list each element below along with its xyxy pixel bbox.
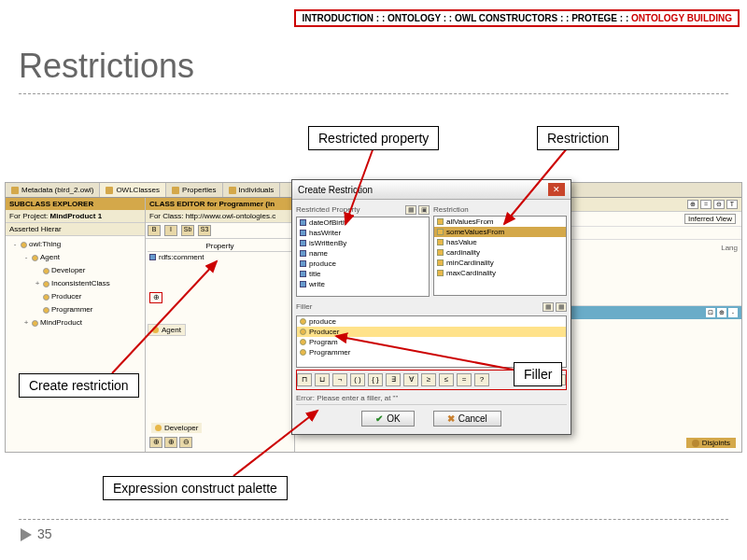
- tool-icon[interactable]: ▦: [543, 302, 554, 312]
- item-label: Program: [309, 338, 338, 346]
- list-item[interactable]: write: [297, 279, 429, 289]
- expand-icon[interactable]: -: [11, 238, 19, 251]
- cond-icon[interactable]: ⊡: [706, 308, 715, 317]
- class-tree: -owl:Thing -Agent Developer +Inconsisten…: [6, 236, 145, 331]
- palette-button[interactable]: =: [457, 373, 472, 386]
- tool-icon[interactable]: ▣: [418, 205, 430, 215]
- tab-metadata[interactable]: Metadata (bird_2.owl): [6, 183, 100, 197]
- list-item-selected[interactable]: someValuesFrom: [434, 227, 566, 237]
- item-label: title: [309, 270, 320, 278]
- divider: [19, 519, 728, 520]
- sub-icon[interactable]: Sb: [181, 225, 194, 236]
- palette-button[interactable]: ( ): [350, 373, 365, 386]
- palette-button[interactable]: ∀: [403, 373, 418, 386]
- inferred-view-button[interactable]: Inferred View: [684, 214, 736, 224]
- developer-chip[interactable]: Developer: [151, 423, 202, 433]
- tab-icon: [11, 187, 19, 194]
- tool-icon[interactable]: ▦: [556, 302, 567, 312]
- palette-button[interactable]: ≤: [439, 373, 454, 386]
- palette-button[interactable]: ⊓: [297, 373, 312, 386]
- item-label: allValuesFrom: [446, 217, 494, 226]
- remove-icon[interactable]: ⊖: [179, 437, 192, 448]
- list-item[interactable]: dateOfBirth: [297, 217, 429, 228]
- list-item[interactable]: title: [297, 269, 429, 279]
- add-icon[interactable]: ⊕: [149, 437, 162, 448]
- tab-individuals[interactable]: Individuals: [223, 183, 281, 197]
- equal-icon[interactable]: =: [700, 200, 712, 209]
- list-item[interactable]: cardinality: [434, 247, 566, 258]
- create-restriction-button[interactable]: ⊕: [149, 292, 162, 303]
- breadcrumb-item: INTRODUCTION: [302, 13, 374, 23]
- tree-item[interactable]: -owl:Thing: [7, 238, 143, 251]
- close-icon[interactable]: ✕: [548, 183, 565, 196]
- agent-chip-box: Agent: [146, 322, 294, 338]
- breadcrumb-item: ONTOLOGY: [388, 13, 441, 23]
- t-icon[interactable]: T: [726, 200, 738, 209]
- list-item[interactable]: minCardinality: [434, 258, 566, 268]
- tree-item[interactable]: Developer: [7, 264, 143, 277]
- bold-icon[interactable]: B: [148, 225, 161, 236]
- list-item-selected[interactable]: Producer: [297, 327, 566, 337]
- list-item[interactable]: Programmer: [297, 347, 566, 357]
- palette-button[interactable]: ∃: [386, 373, 401, 386]
- list-item[interactable]: hasValue: [434, 237, 566, 247]
- palette-button[interactable]: ?: [474, 373, 489, 386]
- s3-icon[interactable]: S3: [198, 225, 211, 236]
- cond-icon[interactable]: ⊕: [717, 308, 726, 317]
- palette-button[interactable]: ¬: [332, 373, 347, 386]
- list-item[interactable]: produce: [297, 259, 429, 269]
- tree-item[interactable]: Producer: [7, 290, 143, 303]
- list-item[interactable]: hasWriter: [297, 228, 429, 238]
- restriction-list[interactable]: allValuesFrom someValuesFrom hasValue ca…: [433, 216, 567, 296]
- item-label: hasWriter: [309, 229, 341, 237]
- list-item[interactable]: name: [297, 248, 429, 259]
- property-icon: [300, 271, 306, 277]
- cancel-button[interactable]: ✖Cancel: [433, 411, 501, 427]
- palette-button[interactable]: { }: [368, 373, 383, 386]
- class-icon: [32, 255, 38, 261]
- expand-icon[interactable]: +: [22, 316, 30, 329]
- agent-chip[interactable]: Agent: [148, 324, 186, 336]
- tree-label: Developer: [51, 264, 85, 277]
- list-item[interactable]: produce: [297, 316, 566, 327]
- tool-icon[interactable]: ▦: [405, 205, 416, 215]
- palette-button[interactable]: ≥: [421, 373, 436, 386]
- expand-icon[interactable]: +: [34, 277, 41, 290]
- property-item[interactable]: rdfs:comment: [148, 252, 292, 262]
- palette-button[interactable]: ⊔: [315, 373, 330, 386]
- class-icon: [155, 425, 162, 431]
- restricted-property-list[interactable]: dateOfBirth hasWriter isWrittenBy name p…: [296, 217, 430, 297]
- item-label: maxCardinality: [446, 269, 496, 277]
- breadcrumb-sep: : :: [617, 13, 631, 23]
- restriction-icon: [437, 249, 444, 256]
- add-icon[interactable]: ⊕: [687, 200, 698, 209]
- list-item[interactable]: Program: [297, 337, 566, 347]
- expand-icon[interactable]: -: [22, 251, 30, 264]
- class-editor-header: CLASS EDITOR for Programmer (in: [146, 198, 294, 210]
- tab-properties[interactable]: Properties: [166, 183, 222, 197]
- project-value: MindProduct 1: [50, 212, 103, 220]
- disjoints-badge[interactable]: Disjoints: [686, 438, 736, 448]
- tab-icon: [172, 187, 179, 194]
- tree-item[interactable]: +InconsistentClass: [7, 277, 143, 290]
- item-label: Producer: [309, 328, 339, 336]
- cond-icon[interactable]: -: [728, 308, 738, 317]
- property-header: Property: [148, 241, 292, 252]
- chip-label: Developer: [164, 424, 198, 432]
- tree-item[interactable]: Programmer: [7, 303, 143, 316]
- list-item[interactable]: maxCardinality: [434, 268, 566, 278]
- button-label: OK: [387, 413, 400, 424]
- italic-icon[interactable]: I: [164, 225, 177, 236]
- list-item[interactable]: allValuesFrom: [434, 217, 566, 227]
- add-icon[interactable]: ⊕: [164, 437, 177, 448]
- tree-item[interactable]: -Agent: [7, 251, 143, 264]
- remove-icon[interactable]: ⊖: [713, 200, 725, 209]
- filler-list[interactable]: produce Producer Program Programmer: [296, 315, 567, 368]
- tree-item[interactable]: +MindProduct: [7, 316, 143, 329]
- section-label: Restricted Property: [296, 205, 359, 215]
- tab-owlclasses[interactable]: OWLClasses: [100, 183, 166, 197]
- item-label: write: [309, 280, 325, 288]
- list-item[interactable]: isWrittenBy: [297, 238, 429, 248]
- ok-button[interactable]: ✔OK: [361, 411, 414, 427]
- property-icon: [300, 240, 306, 246]
